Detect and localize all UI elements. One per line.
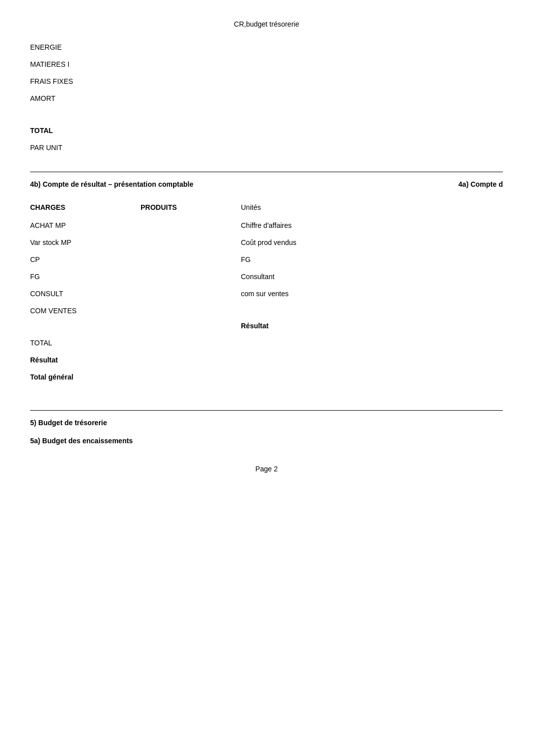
list-item: ENERGIE [30,43,503,51]
list-item: AMORT [30,94,503,102]
list-item: com sur ventes [241,290,503,298]
list-item: MATIERES I [30,60,503,68]
list-item: COM VENTES [30,307,141,315]
list-item: Var stock MP [30,238,141,246]
list-item: ACHAT MP [30,221,141,229]
par-unit-label: PAR UNIT [30,144,503,152]
list-item: FG [241,256,503,264]
section-5-title: 5) Budget de trésorerie [30,419,503,427]
total-label: TOTAL [30,339,141,347]
section-5: 5) Budget de trésorerie 5a) Budget des e… [30,410,503,445]
resultat-left-label: Résultat [30,356,141,364]
list-item: FRAIS FIXES [30,77,503,85]
section-5a-title: 5a) Budget des encaissements [30,437,503,445]
total-general-label: Total général [30,373,141,381]
units-header: Unités [241,203,503,211]
charges-column: CHARGES ACHAT MP Var stock MP CP FG CONS… [30,203,141,390]
top-section: ENERGIE MATIERES I FRAIS FIXES AMORT TOT… [30,43,503,152]
resultat-right-label: Résultat [241,322,503,330]
list-item: CONSULT [30,290,141,298]
list-item: FG [30,273,141,281]
charges-header: CHARGES [30,203,141,211]
page-number: Page 2 [255,465,278,473]
list-item: Consultant [241,273,503,281]
section-4a-title-right: 4a) Compte d [458,180,503,188]
columns-area: CHARGES ACHAT MP Var stock MP CP FG CONS… [30,203,503,390]
section-4b-header: 4b) Compte de résultat – présentation co… [30,172,503,188]
total-label: TOTAL [30,127,503,135]
produits-header: PRODUITS [141,203,241,211]
right-column: Unités Chiffre d'affaires Coût prod vend… [241,203,503,390]
page-footer: Page 2 [30,465,503,473]
page-header: CR,budget trésorerie [30,20,503,28]
list-item: Chiffre d'affaires [241,221,503,229]
page-title: CR,budget trésorerie [234,20,299,28]
section-4b-title-left: 4b) Compte de résultat – présentation co… [30,180,193,188]
produits-column: PRODUITS [141,203,241,390]
list-item: CP [30,256,141,264]
list-item: Coût prod vendus [241,238,503,246]
